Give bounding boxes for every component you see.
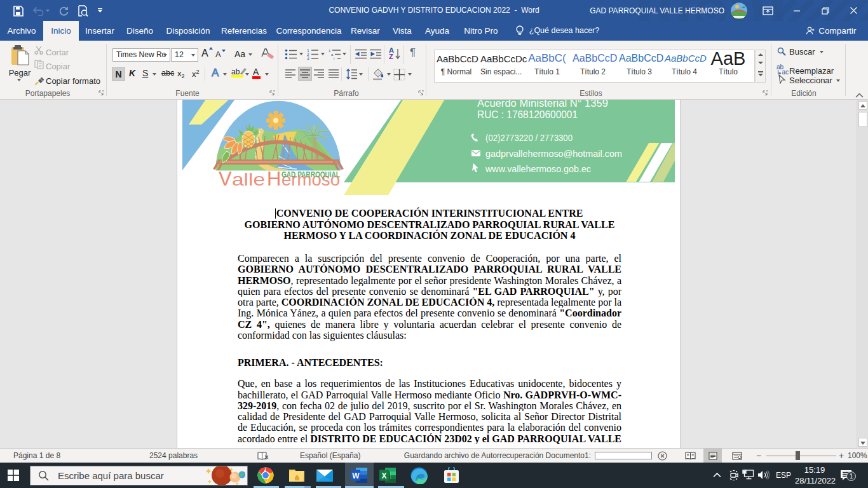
svg-text:(02)2773220 / 2773300: (02)2773220 / 2773300 [485,132,573,143]
svg-text:Acuerdo Ministerial N° 1359: Acuerdo Ministerial N° 1359 [477,100,608,109]
svg-text:RUC : 1768120600001: RUC : 1768120600001 [477,109,578,120]
svg-text:V: V [219,168,232,190]
svg-text:3: 3 [307,56,309,60]
svg-text:W: W [352,471,360,480]
svg-text:H: H [267,168,281,190]
svg-text:gadprvallehermoso@hotmail.com: gadprvallehermoso@hotmail.com [485,148,622,159]
svg-text:i: i [334,57,334,60]
svg-text:X: X [382,471,387,480]
svg-text:alle: alle [232,170,265,189]
svg-text:www.vallehermoso.gob.ec: www.vallehermoso.gob.ec [485,163,591,174]
svg-text:GAD PARROQUIAL: GAD PARROQUIAL [281,170,340,179]
